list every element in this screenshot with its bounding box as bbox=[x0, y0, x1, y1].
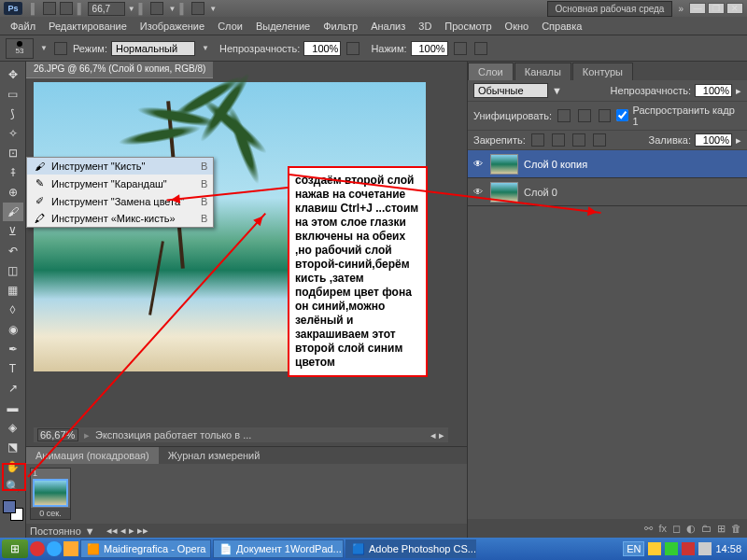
tool-option-pencil[interactable]: ✎Инструмент "Карандаш"B bbox=[27, 175, 213, 192]
gradient-tool[interactable]: ▦ bbox=[3, 281, 23, 300]
unify-position-icon[interactable] bbox=[557, 109, 571, 122]
visibility-icon[interactable]: 👁 bbox=[472, 158, 485, 171]
menu-view[interactable]: Просмотр bbox=[438, 19, 498, 34]
menu-select[interactable]: Выделение bbox=[249, 19, 317, 34]
marquee-tool[interactable]: ▭ bbox=[3, 85, 23, 104]
wand-tool[interactable]: ✧ bbox=[3, 124, 23, 143]
taskbar-task[interactable]: 📄Документ 1WordPad... bbox=[213, 539, 344, 558]
3d-tool[interactable]: ◈ bbox=[3, 418, 23, 437]
menu-help[interactable]: Справка bbox=[535, 19, 588, 34]
menu-file[interactable]: Файл bbox=[4, 19, 42, 34]
start-button[interactable]: ⊞ bbox=[2, 539, 28, 558]
loop-select[interactable]: Постоянно bbox=[30, 525, 81, 537]
menu-image[interactable]: Изображение bbox=[134, 19, 211, 34]
layer-name[interactable]: Слой 0 bbox=[524, 187, 557, 198]
propagate-checkbox[interactable] bbox=[616, 109, 628, 121]
channels-tab[interactable]: Каналы bbox=[514, 63, 571, 80]
menu-analysis[interactable]: Анализ bbox=[364, 19, 412, 34]
lock-pixels-icon[interactable] bbox=[552, 133, 565, 147]
zoom-status-field[interactable]: 66,67% bbox=[37, 428, 78, 441]
layers-tab[interactable]: Слои bbox=[468, 63, 514, 80]
quicklaunch-desktop-icon[interactable] bbox=[63, 541, 78, 556]
opacity-field[interactable]: 100% bbox=[303, 41, 341, 56]
eraser-tool[interactable]: ◫ bbox=[3, 261, 23, 280]
brush-tool[interactable]: 🖌 bbox=[3, 203, 23, 221]
quicklaunch-opera-icon[interactable] bbox=[30, 541, 45, 556]
quicklaunch-ie-icon[interactable] bbox=[47, 541, 62, 556]
blur-tool[interactable]: ◊ bbox=[3, 301, 23, 319]
zoom-field[interactable]: 66,7 bbox=[88, 2, 125, 16]
maximize-button[interactable]: ❐ bbox=[708, 3, 725, 14]
clock[interactable]: 14:58 bbox=[715, 543, 741, 554]
layer-style-icon[interactable]: fx bbox=[658, 523, 667, 534]
measurement-log-tab[interactable]: Журнал измерений bbox=[159, 447, 270, 464]
tablet-pressure-icon[interactable] bbox=[474, 42, 487, 55]
fill-field[interactable]: 100% bbox=[695, 133, 732, 147]
tray-icon[interactable] bbox=[648, 542, 661, 555]
document-tab[interactable]: 26.JPG @ 66,7% (Слой 0 копия, RGB/8) bbox=[26, 62, 213, 78]
tool-option-color-replace[interactable]: ✐Инструмент "Замена цвета"B bbox=[27, 192, 213, 210]
frame-duration[interactable]: 0 сек. bbox=[31, 508, 70, 519]
tray-icon[interactable] bbox=[682, 542, 695, 555]
opacity-pressure-icon[interactable] bbox=[346, 42, 359, 55]
taskbar-task[interactable]: 🟧Maidiregrafica - Opera bbox=[80, 539, 211, 558]
more-chevrons-icon[interactable]: » bbox=[678, 4, 684, 14]
color-swatches[interactable] bbox=[3, 500, 23, 521]
tray-volume-icon[interactable] bbox=[698, 542, 712, 555]
view-extras-icon[interactable] bbox=[150, 2, 163, 15]
lasso-tool[interactable]: ⟆ bbox=[3, 105, 23, 123]
move-tool[interactable]: ✥ bbox=[3, 65, 23, 84]
taskbar-task[interactable]: 🟦Adobe Photoshop CS... bbox=[345, 539, 476, 558]
pen-tool[interactable]: ✒ bbox=[3, 340, 23, 358]
healing-tool[interactable]: ⊕ bbox=[3, 183, 23, 202]
menu-filter[interactable]: Фильтр bbox=[317, 19, 364, 34]
path-tool[interactable]: ↗ bbox=[3, 379, 23, 398]
frame-thumbnail[interactable] bbox=[33, 479, 68, 507]
menu-edit[interactable]: Редактирование bbox=[42, 19, 134, 34]
workspace-button[interactable]: Основная рабочая среда bbox=[547, 1, 673, 17]
stamp-tool[interactable]: ⊻ bbox=[3, 222, 23, 241]
eyedropper-tool[interactable]: ⤉ bbox=[3, 163, 23, 182]
dodge-tool[interactable]: ◉ bbox=[3, 320, 23, 339]
layer-thumbnail[interactable] bbox=[490, 154, 518, 175]
link-layers-icon[interactable]: ⚯ bbox=[644, 523, 653, 535]
unify-style-icon[interactable] bbox=[599, 109, 612, 122]
layer-mask-icon[interactable]: ◻ bbox=[672, 523, 681, 535]
minimize-button[interactable]: — bbox=[689, 3, 706, 14]
new-layer-icon[interactable]: ⊞ bbox=[717, 523, 726, 535]
bridge-icon[interactable] bbox=[43, 2, 56, 15]
tray-icon[interactable] bbox=[665, 542, 678, 555]
paths-tab[interactable]: Контуры bbox=[572, 63, 633, 80]
adjustment-layer-icon[interactable]: ◐ bbox=[686, 523, 696, 535]
chevron-down-icon[interactable]: ▼ bbox=[127, 4, 136, 13]
layer-opacity-field[interactable]: 100% bbox=[695, 84, 732, 97]
layer-row[interactable]: 👁 Слой 0 копия bbox=[468, 150, 747, 178]
language-indicator[interactable]: EN bbox=[623, 541, 644, 556]
layer-name[interactable]: Слой 0 копия bbox=[524, 159, 587, 170]
menu-window[interactable]: Окно bbox=[499, 19, 536, 34]
layer-group-icon[interactable]: 🗀 bbox=[701, 523, 712, 534]
blend-mode-select[interactable]: Нормальный bbox=[111, 41, 195, 56]
delete-layer-icon[interactable]: 🗑 bbox=[731, 523, 741, 534]
crop-tool[interactable]: ⊡ bbox=[3, 144, 23, 162]
menu-3d[interactable]: 3D bbox=[412, 19, 438, 34]
tool-option-mixer-brush[interactable]: 🖍Инструмент «Микс-кисть»B bbox=[27, 210, 213, 227]
3d-camera-tool[interactable]: ⬔ bbox=[3, 438, 23, 456]
shape-tool[interactable]: ▬ bbox=[3, 399, 23, 417]
foreground-color-swatch[interactable] bbox=[3, 500, 16, 513]
menu-layers[interactable]: Слои bbox=[211, 19, 249, 34]
close-button[interactable]: ✕ bbox=[726, 3, 743, 14]
brush-panel-icon[interactable] bbox=[54, 42, 67, 55]
unify-visibility-icon[interactable] bbox=[578, 109, 591, 122]
screen-mode-icon[interactable] bbox=[191, 2, 204, 15]
lock-position-icon[interactable] bbox=[572, 133, 585, 147]
lock-transparent-icon[interactable] bbox=[531, 133, 544, 147]
flow-field[interactable]: 100% bbox=[411, 41, 448, 56]
layer-blend-select[interactable]: Обычные bbox=[473, 83, 548, 98]
history-brush-tool[interactable]: ↶ bbox=[3, 242, 23, 260]
lock-all-icon[interactable] bbox=[593, 133, 606, 147]
tool-option-brush[interactable]: 🖌Инструмент "Кисть"B bbox=[27, 158, 213, 175]
type-tool[interactable]: T bbox=[3, 359, 23, 378]
minibridge-icon[interactable] bbox=[60, 2, 73, 15]
brush-preset-picker[interactable]: 53 bbox=[6, 38, 34, 59]
